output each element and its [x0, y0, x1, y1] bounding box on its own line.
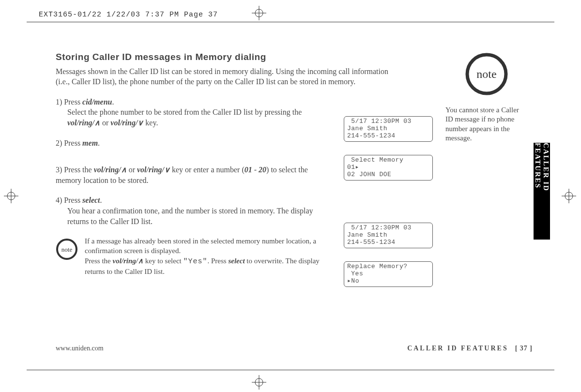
cmd-mem: mem [82, 139, 98, 147]
up-icon: ∧ [121, 166, 127, 174]
up-icon: ∧ [94, 119, 100, 127]
page-title: Storing Caller ID messages in Memory dia… [56, 51, 424, 63]
lcd-screen-caller-id: 5/17 12:30PM 03 Jane Smith 214-555-1234 [344, 116, 433, 142]
cmd-cid-menu: cid/menu [82, 98, 112, 106]
cmd-select: select [228, 257, 245, 265]
footer-section: CALLER ID FEATURES [407, 345, 508, 352]
page-footer: www.uniden.com CALLER ID FEATURES [ 37 ] [56, 345, 533, 352]
step-3: 3) Press the vol/ring/∧ or vol/ring/∨ ke… [56, 165, 327, 185]
registration-mark-icon [4, 189, 18, 203]
key-vol-ring-up: vol/ring/ [67, 119, 94, 127]
registration-mark-icon [252, 375, 266, 390]
sidebar-note: note You cannot store a Caller ID messag… [445, 52, 528, 143]
step-number: 3) Press the [56, 166, 94, 174]
print-header: EXT3165-01/22 1/22/03 7:37 PM Page 37 [39, 11, 218, 19]
key-vol-ring-up: vol/ring/ [113, 257, 138, 265]
footer-url: www.uniden.com [56, 345, 104, 352]
step-4: 4) Press select. You hear a confirmation… [56, 195, 327, 226]
cmd-select: select [82, 196, 100, 204]
crop-line-top [27, 22, 554, 22]
step-number: 2) Press [56, 139, 82, 147]
registration-mark-icon [562, 189, 576, 203]
key-vol-ring-down: vol/ring/ [137, 166, 164, 174]
intro-paragraph: Messages shown in the Caller ID list can… [56, 66, 395, 87]
crop-line-bottom [27, 370, 554, 370]
inline-note-text: If a message has already been stored in … [85, 236, 327, 276]
down-icon: ∨ [138, 119, 143, 127]
note-icon: note [465, 52, 528, 99]
step-4-body: You hear a confirmation tone, and the nu… [56, 206, 327, 226]
step-number: 1) Press [56, 98, 82, 106]
svg-text:note: note [61, 246, 73, 253]
section-tab: CALLER ID FEATURES [534, 143, 550, 240]
step-1: 1) Press cid/menu. Select the phone numb… [56, 97, 327, 128]
key-vol-ring-down: vol/ring/ [110, 119, 138, 127]
section-tab-label: CALLER ID FEATURES [534, 143, 550, 240]
lcd-screen-select-memory: Select Memory 01▸ 02 JOHN DOE [344, 155, 433, 181]
lcd-screen-replace-memory: Replace Memory? Yes ▸No [344, 261, 433, 287]
footer-page-number: [ 37 ] [515, 345, 533, 352]
up-icon: ∧ [138, 257, 143, 265]
key-vol-ring-up: vol/ring/ [94, 166, 121, 174]
lcd-screen-caller-id: 5/17 12:30PM 03 Jane Smith 214-555-1234 [344, 223, 433, 248]
svg-text:note: note [476, 68, 496, 80]
note-icon: note [56, 238, 78, 263]
step-number: 4) Press [56, 196, 82, 204]
step-2: 2) Press mem. [56, 138, 327, 149]
inline-note: note If a message has already been store… [56, 236, 327, 276]
sidebar-note-text: You cannot store a Caller ID message if … [445, 106, 528, 143]
registration-mark-icon [252, 6, 266, 20]
down-icon: ∨ [164, 166, 170, 174]
